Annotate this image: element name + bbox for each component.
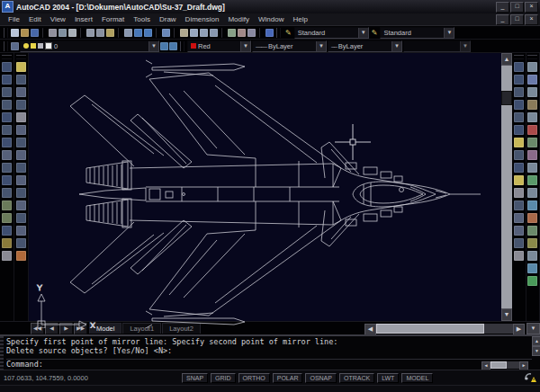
union-button[interactable] xyxy=(527,200,537,210)
dim-edit-button[interactable] xyxy=(514,213,524,223)
color-combo[interactable]: Red ▼ xyxy=(187,40,251,52)
communication-center-icon[interactable] xyxy=(524,372,536,383)
extrude-faces-button[interactable] xyxy=(527,238,537,248)
delete-faces-button[interactable] xyxy=(527,276,537,286)
center-mark-button[interactable] xyxy=(514,200,524,210)
interfere-button[interactable] xyxy=(527,188,537,198)
command-horizontal-scrollbar[interactable]: ◀ ▶ xyxy=(482,361,528,369)
toolbar-grip[interactable] xyxy=(16,55,26,59)
ellipse-arc-button[interactable] xyxy=(2,188,12,198)
section-button[interactable] xyxy=(527,175,537,185)
scale-button[interactable] xyxy=(16,150,26,160)
layer-lock-icon[interactable] xyxy=(38,43,43,49)
arc-button[interactable] xyxy=(2,125,12,135)
insert-hyperlink-button[interactable] xyxy=(162,29,170,37)
circle-button[interactable] xyxy=(2,138,12,147)
open-button[interactable] xyxy=(21,29,29,37)
chevron-down-icon[interactable]: ▼ xyxy=(460,41,470,51)
properties-button[interactable] xyxy=(228,29,236,37)
spline-button[interactable] xyxy=(2,163,12,173)
dim-continue-button[interactable] xyxy=(514,163,524,173)
menu-tools[interactable]: Tools xyxy=(129,15,155,23)
layers-toolbar-grip[interactable] xyxy=(4,41,8,51)
close-button[interactable]: × xyxy=(525,2,538,13)
menu-file[interactable]: File xyxy=(4,15,24,23)
zoom-realtime-button[interactable] xyxy=(190,29,198,37)
toolbar-grip[interactable] xyxy=(527,55,537,59)
new-button[interactable] xyxy=(11,29,19,37)
toolbar-grip[interactable] xyxy=(2,55,12,59)
dim-diameter-button[interactable] xyxy=(514,112,524,122)
snap-toggle[interactable]: SNAP xyxy=(182,373,208,383)
polyline-button[interactable] xyxy=(2,87,12,97)
hatch-button[interactable] xyxy=(2,238,12,248)
model-toggle[interactable]: MODEL xyxy=(401,373,433,383)
layer-freeze-icon[interactable] xyxy=(31,43,36,49)
text-style-combo[interactable]: Standard ▼ xyxy=(294,27,369,39)
osnap-toggle[interactable]: OSNAP xyxy=(305,373,337,383)
wedge-button[interactable] xyxy=(527,112,537,122)
dim-angular-button[interactable] xyxy=(514,125,524,135)
scroll-left-icon[interactable]: ◀ xyxy=(482,361,490,370)
dim-ordinate-button[interactable] xyxy=(514,87,524,97)
command-hscroll-thumb[interactable] xyxy=(490,361,507,369)
layer-states-button[interactable] xyxy=(169,42,177,50)
trim-button[interactable] xyxy=(16,175,26,185)
minimize-button[interactable]: _ xyxy=(496,2,509,13)
vertical-scroll-thumb[interactable] xyxy=(501,91,512,105)
construction-line-button[interactable] xyxy=(2,75,12,85)
menu-draw[interactable]: Draw xyxy=(155,15,181,23)
doc-restore-button[interactable]: □ xyxy=(510,14,524,25)
pan-realtime-button[interactable] xyxy=(180,29,188,37)
scroll-down-icon[interactable]: ▼ xyxy=(501,308,512,321)
erase-button[interactable] xyxy=(16,62,26,72)
explode-button[interactable] xyxy=(16,251,26,261)
layer-on-icon[interactable] xyxy=(23,43,29,49)
polar-toggle[interactable]: POLAR xyxy=(273,373,303,383)
chevron-down-icon[interactable]: ▼ xyxy=(444,28,454,38)
scroll-right-icon[interactable]: ▶ xyxy=(519,361,528,370)
menu-format[interactable]: Format xyxy=(97,15,129,23)
dim-radius-button[interactable] xyxy=(514,100,524,110)
menu-edit[interactable]: Edit xyxy=(24,15,46,23)
toolbar-grip[interactable] xyxy=(4,28,8,38)
otrack-toggle[interactable]: OTRACK xyxy=(339,373,374,383)
chevron-down-icon[interactable]: ▼ xyxy=(358,28,368,38)
break-button[interactable] xyxy=(16,213,26,223)
redo-button[interactable] xyxy=(144,29,152,37)
zoom-previous-button[interactable] xyxy=(210,29,218,37)
ortho-toggle[interactable]: ORTHO xyxy=(238,373,270,383)
quick-leader-button[interactable] xyxy=(514,175,524,185)
command-prompt[interactable]: Command: xyxy=(6,360,43,370)
copy-object-button[interactable] xyxy=(16,75,26,85)
styles-toolbar-grip[interactable] xyxy=(276,28,281,38)
revision-cloud-button[interactable] xyxy=(2,150,12,160)
dim-aligned-button[interactable] xyxy=(514,75,524,85)
plot-button[interactable] xyxy=(49,29,57,37)
layer-combo[interactable]: 0 ▼ xyxy=(20,40,159,52)
plot-style-combo[interactable]: ▼ xyxy=(403,40,471,52)
linetype-combo[interactable]: —— ByLayer ▼ xyxy=(252,40,327,52)
stretch-button[interactable] xyxy=(16,163,26,173)
plot-preview-button[interactable] xyxy=(58,29,67,37)
restore-button[interactable]: □ xyxy=(510,2,524,13)
make-block-button[interactable] xyxy=(2,213,12,223)
scroll-corner-button[interactable]: ▼ xyxy=(526,323,540,334)
line-button[interactable] xyxy=(2,62,12,72)
grid-toggle[interactable]: GRID xyxy=(211,373,236,383)
insert-block-button[interactable] xyxy=(2,200,12,210)
dim-style-button[interactable] xyxy=(514,251,524,261)
sphere-button[interactable] xyxy=(527,75,537,85)
properties-toolbar-grip[interactable] xyxy=(180,41,184,51)
layer-previous-button[interactable] xyxy=(160,42,168,50)
offset-button[interactable] xyxy=(16,100,26,110)
help-button[interactable] xyxy=(266,29,274,37)
chevron-down-icon[interactable]: ▼ xyxy=(240,41,250,51)
move-faces-button[interactable] xyxy=(527,251,537,261)
menu-help[interactable]: Help xyxy=(288,15,311,23)
move-button[interactable] xyxy=(16,125,26,135)
designcenter-button[interactable] xyxy=(238,29,246,37)
lineweight-combo[interactable]: –– ByLayer ▼ xyxy=(328,40,402,52)
ellipse-button[interactable] xyxy=(2,175,12,185)
array-button[interactable] xyxy=(16,112,26,122)
